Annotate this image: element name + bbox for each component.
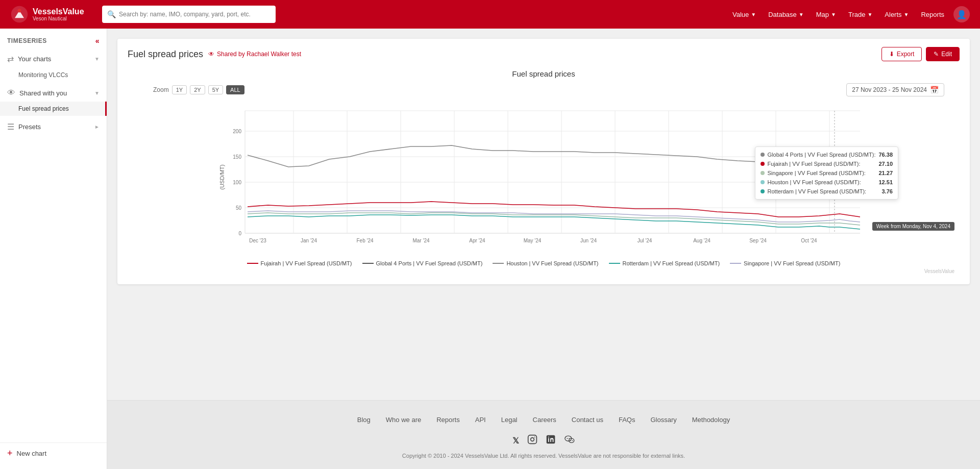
nav-value[interactable]: Value▼ — [727, 8, 761, 21]
main-header: VesselsValue Veson Nautical 🔍 Value▼ Dat… — [0, 0, 980, 29]
svg-text:(USD/MT): (USD/MT) — [219, 164, 225, 190]
twitter-x-icon[interactable]: 𝕏 — [512, 436, 519, 446]
svg-text:Jul '24: Jul '24 — [638, 238, 652, 243]
search-icon: 🔍 — [107, 10, 116, 18]
week-label: Week from Monday, Nov 4, 2024 — [872, 222, 954, 231]
edit-icon: ✎ — [934, 51, 939, 58]
sidebar-sub-monitoring-vlccs[interactable]: Monitoring VLCCs — [0, 68, 107, 82]
footer-link-faqs[interactable]: FAQs — [619, 416, 635, 424]
linkedin-icon[interactable] — [546, 434, 556, 447]
svg-text:0: 0 — [238, 231, 241, 236]
sidebar-item-shared-with-you[interactable]: 👁 Shared with you ▼ — [0, 84, 107, 102]
sidebar: Timeseries « ⇄ Your charts ▼ Monitoring … — [0, 29, 107, 469]
svg-text:50: 50 — [236, 205, 242, 211]
zoom-label: Zoom — [153, 86, 169, 93]
edit-button[interactable]: ✎ Edit — [926, 47, 960, 61]
date-range-picker[interactable]: 27 Nov 2023 - 25 Nov 2024 📅 — [846, 83, 944, 96]
main-nav: Value▼ Database▼ Map▼ Trade▼ Alerts▼ Rep… — [727, 8, 949, 21]
tooltip-dot-fujairah — [761, 162, 765, 166]
chart-controls: Zoom 1Y 2Y 5Y ALL 27 Nov 2023 - 25 Nov 2… — [128, 83, 960, 96]
page-footer: Blog Who we are Reports API Legal Career… — [107, 400, 980, 469]
legend-item-global: Global 4 Ports | VV Fuel Spread (USD/MT) — [362, 260, 483, 266]
sidebar-sub-fuel-spread[interactable]: Fuel spread prices — [0, 102, 107, 116]
tooltip-row-houston: Houston | VV Fuel Spread (USD/MT): 12.51 — [755, 178, 898, 187]
zoom-controls: Zoom 1Y 2Y 5Y ALL — [153, 85, 244, 94]
legend-label-singapore: Singapore | VV Fuel Spread (USD/MT) — [744, 260, 840, 266]
footer-link-blog[interactable]: Blog — [357, 416, 371, 424]
zoom-1y-button[interactable]: 1Y — [172, 85, 187, 94]
nav-database[interactable]: Database▼ — [763, 8, 809, 21]
svg-text:Apr '24: Apr '24 — [469, 238, 485, 243]
tooltip-row-fujairah: Fujairah | VV Fuel Spread (USD/MT): 27.1… — [755, 159, 898, 168]
wechat-icon[interactable] — [564, 434, 575, 448]
zoom-2y-button[interactable]: 2Y — [190, 85, 205, 94]
chart-top-bar: Fuel spread prices 👁 Shared by Rachael W… — [128, 47, 960, 61]
nav-map[interactable]: Map▼ — [811, 8, 841, 21]
zoom-5y-button[interactable]: 5Y — [208, 85, 223, 94]
zoom-all-button[interactable]: ALL — [226, 85, 244, 94]
svg-text:150: 150 — [233, 154, 241, 160]
sidebar-presets-section: ☰ Presets ► — [0, 118, 107, 136]
legend-line-singapore — [730, 263, 741, 264]
edit-label: Edit — [941, 51, 952, 58]
instagram-icon[interactable] — [527, 434, 537, 447]
svg-text:Dec '23: Dec '23 — [249, 238, 266, 243]
logo-area[interactable]: VesselsValue Veson Nautical — [10, 5, 92, 23]
nav-trade[interactable]: Trade▼ — [843, 8, 877, 21]
svg-text:200: 200 — [233, 129, 241, 134]
download-icon: ⬇ — [889, 51, 894, 58]
chevron-down-icon: ▼ — [94, 56, 100, 62]
chart-title-area: Fuel spread prices 👁 Shared by Rachael W… — [128, 49, 301, 60]
chart-inner-title: Fuel spread prices — [128, 69, 960, 78]
legend-item-houston: Houston | VV Fuel Spread (USD/MT) — [493, 260, 598, 266]
footer-link-glossary[interactable]: Glossary — [650, 416, 676, 424]
logo-icon — [10, 5, 29, 23]
export-button[interactable]: ⬇ Export — [881, 47, 922, 61]
eye-shared-icon: 👁 — [208, 51, 214, 58]
footer-link-reports[interactable]: Reports — [436, 416, 460, 424]
sidebar-label-shared: Shared with you — [19, 89, 90, 97]
sidebar-item-your-charts[interactable]: ⇄ Your charts ▼ — [0, 50, 107, 68]
eye-icon: 👁 — [7, 88, 15, 97]
sidebar-collapse-button[interactable]: « — [95, 37, 100, 45]
svg-text:May '24: May '24 — [524, 238, 542, 243]
footer-link-api[interactable]: API — [475, 416, 486, 424]
shared-badge: 👁 Shared by Rachael Walker test — [208, 51, 301, 58]
legend-line-houston — [493, 263, 504, 264]
action-buttons: ⬇ Export ✎ Edit — [881, 47, 960, 61]
legend-line-global — [362, 263, 374, 264]
sidebar-title: Timeseries — [7, 37, 47, 44]
sidebar-item-presets[interactable]: ☰ Presets ► — [0, 118, 107, 136]
legend-label-global: Global 4 Ports | VV Fuel Spread (USD/MT) — [376, 260, 483, 266]
svg-point-49 — [572, 440, 573, 441]
page-layout: Timeseries « ⇄ Your charts ▼ Monitoring … — [0, 29, 980, 469]
footer-link-who[interactable]: Who we are — [386, 416, 421, 424]
svg-rect-40 — [528, 435, 536, 444]
legend-item-fujairah: Fujairah | VV Fuel Spread (USD/MT) — [247, 260, 352, 266]
svg-text:Sep '24: Sep '24 — [749, 238, 767, 243]
svg-point-46 — [567, 438, 568, 439]
search-bar[interactable]: 🔍 — [102, 6, 276, 23]
chart-legend: Fujairah | VV Fuel Spread (USD/MT) Globa… — [128, 260, 960, 266]
nav-alerts[interactable]: Alerts▼ — [879, 8, 914, 21]
nav-reports[interactable]: Reports — [916, 8, 949, 21]
search-input[interactable] — [119, 11, 271, 18]
new-chart-button[interactable]: + New chart — [0, 442, 107, 464]
logo-text: VesselsValue Veson Nautical — [33, 7, 84, 22]
footer-link-contact[interactable]: Contact us — [572, 416, 603, 424]
chart-tooltip: Global 4 Ports | VV Fuel Spread (USD/MT)… — [755, 146, 898, 200]
legend-item-singapore: Singapore | VV Fuel Spread (USD/MT) — [730, 260, 840, 266]
chevron-right-icon: ► — [94, 124, 100, 130]
chart-container: Fuel spread prices 👁 Shared by Rachael W… — [117, 39, 970, 284]
footer-link-legal[interactable]: Legal — [501, 416, 518, 424]
tooltip-dot-global — [761, 153, 765, 157]
svg-point-42 — [534, 437, 535, 438]
user-menu-button[interactable]: 👤 — [953, 6, 970, 22]
footer-link-methodology[interactable]: Methodology — [692, 416, 730, 424]
footer-link-careers[interactable]: Careers — [533, 416, 556, 424]
chart-title: Fuel spread prices — [128, 49, 203, 60]
legend-label-houston: Houston | VV Fuel Spread (USD/MT) — [506, 260, 598, 266]
new-chart-label: New chart — [17, 450, 47, 457]
footer-links: Blog Who we are Reports API Legal Career… — [117, 416, 970, 424]
sidebar-label-presets: Presets — [18, 123, 90, 131]
